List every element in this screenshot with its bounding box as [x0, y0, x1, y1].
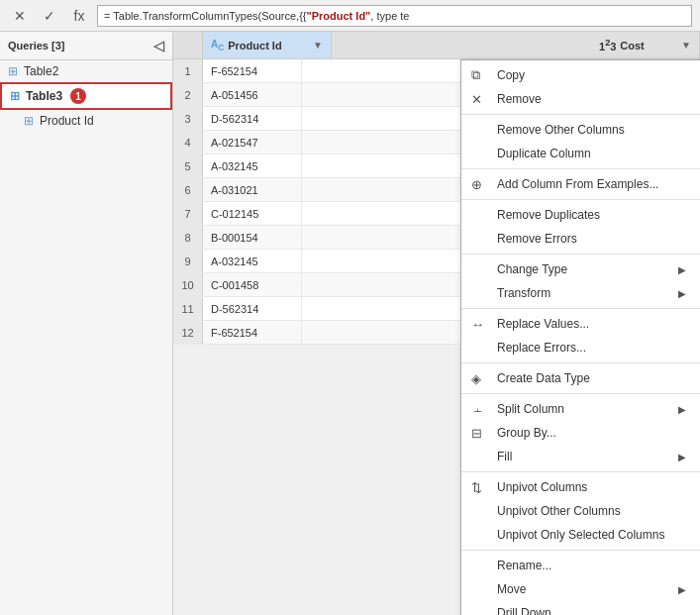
menu-item-copy[interactable]: ⧉Copy	[461, 63, 700, 87]
badge-1: 1	[70, 88, 86, 104]
menu-separator	[461, 254, 700, 255]
menu-label: Remove	[497, 92, 542, 106]
menu-label: Unpivot Other Columns	[497, 504, 621, 518]
context-menu: ⧉Copy✕RemoveRemove Other ColumnsDuplicat…	[460, 59, 700, 615]
menu-item-remove-errors[interactable]: Remove Errors	[461, 227, 700, 251]
cell-product: A-032145	[203, 154, 302, 177]
menu-label: Copy	[497, 68, 525, 82]
remove-icon: ✕	[471, 92, 482, 107]
menu-label: Rename...	[497, 559, 551, 572]
cost-dropdown[interactable]: ▼	[681, 40, 691, 51]
cell-product: D-562314	[203, 297, 302, 320]
cell-product: F-652154	[203, 59, 302, 82]
cell-product: F-652154	[203, 321, 302, 344]
menu-item-drill-down[interactable]: Drill Down	[461, 601, 700, 615]
menu-label: Change Type	[497, 262, 567, 276]
menu-separator	[461, 550, 700, 551]
submenu-arrow: ▶	[678, 288, 686, 299]
table2-icon: ⊞	[8, 64, 18, 78]
table-area: AC Product Id ▼ 123 Cost ▼ 1 F-652154 62…	[173, 32, 700, 615]
row-num: 3	[173, 107, 203, 130]
menu-item-unpivot-only-selected[interactable]: Unpivot Only Selected Columns	[461, 523, 700, 547]
row-num: 11	[173, 297, 203, 320]
menu-label: Add Column From Examples...	[497, 177, 658, 191]
cost-type: 123	[599, 38, 616, 52]
cell-product: C-012145	[203, 202, 302, 225]
menu-item-remove[interactable]: ✕Remove	[461, 87, 700, 111]
menu-item-fill[interactable]: Fill▶	[461, 445, 700, 468]
col-header-cost[interactable]: 123 Cost ▼	[591, 32, 700, 58]
menu-item-change-type[interactable]: Change Type▶	[461, 257, 700, 281]
menu-item-rename[interactable]: Rename...	[461, 554, 700, 577]
menu-label: Transform	[497, 286, 550, 300]
product-id-dropdown[interactable]: ▼	[313, 40, 323, 51]
sidebar-item-productid[interactable]: ⊞ Product Id	[0, 110, 172, 132]
formula-text: = Table.TransformColumnTypes(Source,{{"P…	[104, 10, 409, 22]
menu-item-unpivot-cols[interactable]: ⇅Unpivot Columns	[461, 475, 700, 499]
menu-item-create-data-type[interactable]: ◈Create Data Type	[461, 366, 700, 390]
row-num: 6	[173, 178, 203, 201]
content-area: Queries [3] ◁ ⊞ Table2 ⊞ Table3 1 ⊞ Prod…	[0, 32, 700, 615]
menu-item-transform[interactable]: Transform▶	[461, 281, 700, 305]
replace-values-icon: ↔	[471, 317, 484, 332]
row-num-header	[173, 32, 203, 58]
cell-product: A-021547	[203, 131, 302, 154]
group-by-icon: ⊟	[471, 426, 482, 441]
menu-separator	[461, 393, 700, 394]
menu-label: Unpivot Only Selected Columns	[497, 528, 664, 542]
cell-product: A-031021	[203, 178, 302, 201]
unpivot-cols-icon: ⇅	[471, 480, 482, 495]
cancel-button[interactable]: ✕	[8, 4, 32, 28]
menu-item-add-col-examples[interactable]: ⊕Add Column From Examples...	[461, 172, 700, 196]
menu-item-duplicate-col[interactable]: Duplicate Column	[461, 142, 700, 165]
toolbar: ✕ ✓ fx = Table.TransformColumnTypes(Sour…	[0, 0, 700, 32]
create-data-type-icon: ◈	[471, 371, 481, 386]
sidebar-item-label-table3: Table3	[26, 89, 62, 103]
menu-separator	[461, 308, 700, 309]
sidebar-header: Queries [3] ◁	[0, 32, 172, 60]
menu-label: Create Data Type	[497, 371, 590, 385]
sidebar-collapse-btn[interactable]: ◁	[153, 38, 164, 53]
table-header: AC Product Id ▼ 123 Cost ▼	[173, 32, 700, 59]
row-num: 8	[173, 226, 203, 249]
menu-item-replace-errors[interactable]: Replace Errors...	[461, 336, 700, 359]
menu-label: Remove Other Columns	[497, 123, 625, 137]
cell-product: A-032145	[203, 250, 302, 272]
cell-product: D-562314	[203, 107, 302, 130]
menu-separator	[461, 199, 700, 200]
row-num: 5	[173, 154, 203, 177]
menu-separator	[461, 168, 700, 169]
menu-separator	[461, 471, 700, 472]
menu-label: Remove Duplicates	[497, 208, 600, 222]
menu-label: Drill Down	[497, 606, 551, 615]
row-num: 1	[173, 59, 203, 82]
menu-item-move[interactable]: Move▶	[461, 577, 700, 601]
sidebar-title: Queries [3]	[8, 40, 64, 51]
row-num: 9	[173, 250, 203, 272]
col-header-product-id[interactable]: AC Product Id ▼	[203, 32, 332, 58]
sidebar-item-label-productid: Product Id	[40, 114, 94, 128]
productid-icon: ⊞	[24, 114, 34, 128]
row-num: 2	[173, 83, 203, 106]
menu-item-group-by[interactable]: ⊟Group By...	[461, 421, 700, 445]
add-col-examples-icon: ⊕	[471, 177, 482, 192]
menu-item-remove-duplicates[interactable]: Remove Duplicates	[461, 203, 700, 227]
menu-separator	[461, 114, 700, 115]
menu-label: Replace Errors...	[497, 341, 586, 355]
menu-item-split-column[interactable]: ⫠Split Column▶	[461, 397, 700, 421]
menu-item-replace-values[interactable]: ↔Replace Values...	[461, 312, 700, 336]
sidebar: Queries [3] ◁ ⊞ Table2 ⊞ Table3 1 ⊞ Prod…	[0, 32, 173, 615]
sidebar-item-table3[interactable]: ⊞ Table3 1	[0, 82, 172, 110]
sidebar-item-table2[interactable]: ⊞ Table2	[0, 60, 172, 82]
row-num: 12	[173, 321, 203, 344]
confirm-button[interactable]: ✓	[38, 4, 61, 28]
menu-item-remove-other-cols[interactable]: Remove Other Columns	[461, 118, 700, 142]
menu-label: Split Column	[497, 402, 564, 416]
formula-button[interactable]: fx	[67, 4, 91, 28]
sidebar-item-label-table2: Table2	[24, 64, 58, 78]
menu-item-unpivot-other-cols[interactable]: Unpivot Other Columns	[461, 499, 700, 523]
submenu-arrow: ▶	[678, 452, 686, 462]
menu-label: Fill	[497, 450, 512, 463]
menu-label: Group By...	[497, 426, 556, 440]
menu-label: Unpivot Columns	[497, 480, 587, 494]
